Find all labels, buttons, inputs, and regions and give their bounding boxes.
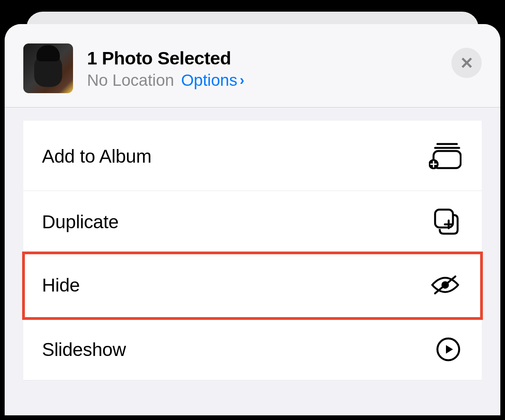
photo-thumbnail[interactable] [23,43,73,93]
action-slideshow[interactable]: Slideshow [23,319,482,380]
sheet-subtitle: No Location Options › [87,71,437,90]
location-text: No Location [87,71,174,90]
sheet-title: 1 Photo Selected [87,47,437,69]
action-hide[interactable]: Hide [22,252,483,320]
share-sheet: 1 Photo Selected No Location Options › ✕… [5,24,500,415]
hide-icon [429,271,461,299]
options-link[interactable]: Options › [181,71,244,90]
sheet-content: Add to Album Duplicate [5,108,500,380]
chevron-right-icon: › [240,72,244,89]
menu-label: Duplicate [42,211,118,233]
slideshow-icon [429,336,461,363]
close-icon: ✕ [460,54,474,73]
menu-label: Add to Album [42,146,152,167]
menu-label: Hide [42,274,80,296]
menu-label: Slideshow [42,339,126,360]
close-button[interactable]: ✕ [451,48,482,78]
header-text-block: 1 Photo Selected No Location Options › [87,47,437,90]
action-duplicate[interactable]: Duplicate [23,191,482,253]
options-label: Options [181,71,237,90]
duplicate-icon [429,208,461,235]
action-menu: Add to Album Duplicate [23,121,482,380]
sheet-header: 1 Photo Selected No Location Options › ✕ [5,24,500,108]
action-add-to-album[interactable]: Add to Album [23,121,482,191]
add-to-album-icon [429,142,461,170]
